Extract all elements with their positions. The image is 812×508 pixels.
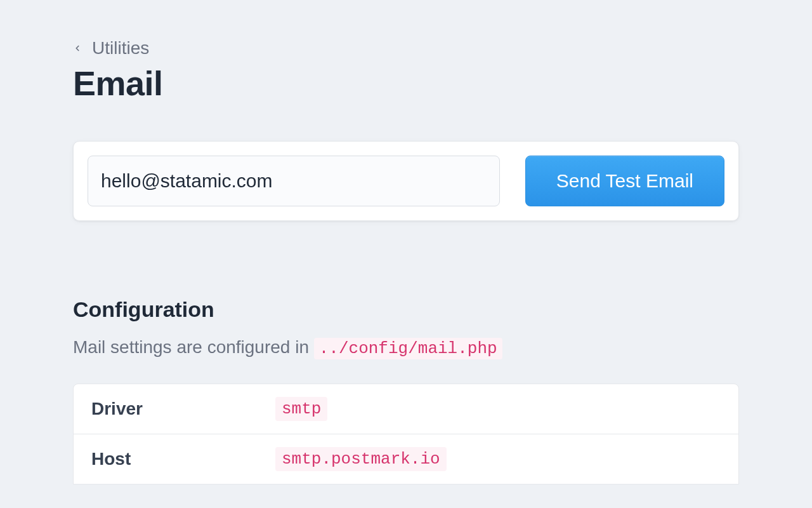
configuration-subtitle-text: Mail settings are configured in <box>73 337 314 357</box>
configuration-title: Configuration <box>73 297 739 322</box>
send-test-email-card: Send Test Email <box>73 141 739 221</box>
table-row: Driver smtp <box>74 384 738 434</box>
configuration-subtitle: Mail settings are configured in ../confi… <box>73 337 739 358</box>
config-key-host: Host <box>91 449 275 469</box>
config-value-host: smtp.postmark.io <box>275 447 721 471</box>
breadcrumb[interactable]: Utilities <box>73 38 739 58</box>
email-input[interactable] <box>88 156 500 206</box>
config-value-code: smtp <box>275 397 327 421</box>
config-value-driver: smtp <box>275 397 721 421</box>
chevron-left-icon <box>73 44 82 53</box>
config-value-code: smtp.postmark.io <box>275 447 447 471</box>
configuration-table: Driver smtp Host smtp.postmark.io <box>73 384 739 485</box>
table-row: Host smtp.postmark.io <box>74 434 738 484</box>
config-key-driver: Driver <box>91 399 275 419</box>
configuration-path-code: ../config/mail.php <box>314 338 502 359</box>
configuration-section: Configuration Mail settings are configur… <box>73 297 739 485</box>
page-title: Email <box>73 64 739 103</box>
send-test-email-button[interactable]: Send Test Email <box>525 156 724 206</box>
breadcrumb-label: Utilities <box>92 38 149 58</box>
